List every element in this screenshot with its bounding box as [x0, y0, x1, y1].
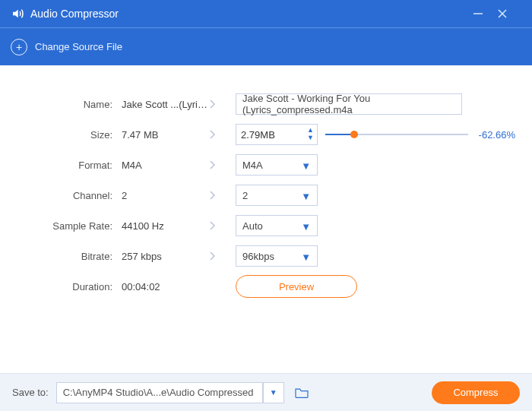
spin-down-icon[interactable]: ▼ — [307, 134, 314, 141]
compress-label: Compress — [453, 387, 498, 398]
preview-label: Preview — [279, 281, 314, 292]
label-duration: Duration: — [17, 281, 117, 292]
label-channel: Channel: — [17, 190, 117, 201]
caret-down-icon: ▼ — [301, 191, 311, 202]
chevron-right-icon — [208, 220, 236, 231]
source-duration: 00:04:02 — [117, 281, 208, 292]
sample-rate-select-value: Auto — [242, 220, 263, 232]
chevron-right-icon — [208, 251, 236, 261]
label-format: Format: — [17, 160, 117, 171]
label-bitrate: Bitrate: — [17, 251, 117, 262]
sample-rate-select[interactable]: Auto ▼ — [236, 215, 318, 236]
reduction-percent: -62.66% — [474, 129, 515, 141]
main-panel: Name: Jake Scott ...(Lyrics.m4a Jake Sco… — [0, 65, 532, 381]
preview-button[interactable]: Preview — [236, 275, 357, 298]
change-source-label: Change Source File — [35, 41, 122, 52]
source-size: 7.47 MB — [117, 129, 208, 141]
save-path-dropdown-button[interactable]: ▼ — [263, 382, 284, 403]
slider-thumb[interactable] — [350, 131, 358, 138]
label-sample-rate: Sample Rate: — [17, 220, 117, 232]
source-sample-rate: 44100 Hz — [117, 220, 208, 232]
caret-down-icon: ▼ — [270, 388, 277, 397]
chevron-right-icon — [208, 99, 236, 109]
output-name-input[interactable]: Jake Scott - Working For You (Lyrics_com… — [236, 93, 462, 115]
format-select[interactable]: M4A ▼ — [236, 154, 318, 175]
output-size-value: 2.79MB — [241, 129, 275, 141]
label-size: Size: — [17, 129, 117, 141]
output-name-value: Jake Scott - Working For You (Lyrics_com… — [242, 93, 455, 115]
channel-select-value: 2 — [242, 190, 248, 201]
titlebar: Audio Compressor — [0, 0, 532, 27]
caret-down-icon: ▼ — [301, 160, 311, 172]
chevron-right-icon — [208, 160, 236, 170]
open-folder-button[interactable] — [292, 383, 312, 403]
app-title: Audio Compressor — [30, 8, 119, 20]
footer-bar: Save to: C:\AnyMP4 Studio\A...e\Audio Co… — [0, 373, 532, 411]
bitrate-select[interactable]: 96kbps ▼ — [236, 245, 318, 267]
compress-button[interactable]: Compress — [432, 381, 520, 404]
save-path-value: C:\AnyMP4 Studio\A...e\Audio Compressed — [63, 387, 254, 398]
close-button[interactable] — [497, 8, 521, 19]
change-source-file-button[interactable]: + Change Source File — [0, 27, 532, 65]
size-slider[interactable] — [325, 129, 468, 140]
caret-down-icon: ▼ — [301, 251, 311, 263]
bitrate-select-value: 96kbps — [242, 251, 274, 262]
source-bitrate: 257 kbps — [117, 251, 208, 262]
spin-up-icon[interactable]: ▲ — [307, 126, 314, 134]
format-select-value: M4A — [242, 160, 263, 171]
output-size-spinner[interactable]: 2.79MB ▲ ▼ — [236, 124, 318, 145]
channel-select[interactable]: 2 ▼ — [236, 185, 318, 206]
chevron-right-icon — [208, 190, 236, 201]
app-title-group: Audio Compressor — [11, 7, 473, 21]
save-path-input[interactable]: C:\AnyMP4 Studio\A...e\Audio Compressed — [56, 382, 263, 403]
speaker-icon — [11, 7, 24, 21]
source-format: M4A — [117, 160, 208, 171]
label-name: Name: — [17, 99, 117, 110]
minimize-button[interactable] — [473, 8, 497, 19]
source-name: Jake Scott ...(Lyrics.m4a — [117, 99, 208, 110]
chevron-right-icon — [208, 129, 236, 140]
save-to-label: Save to: — [12, 387, 49, 398]
source-channel: 2 — [117, 190, 208, 201]
plus-circle-icon: + — [11, 39, 27, 55]
caret-down-icon: ▼ — [301, 221, 311, 232]
